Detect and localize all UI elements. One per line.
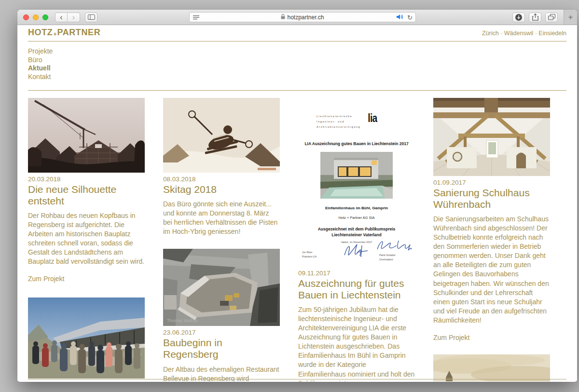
attic-renovation-photo[interactable] xyxy=(433,98,550,176)
lia-certificate-image: Liechtensteinische Ingenieur- und Archit… xyxy=(298,98,415,267)
browser-window: ‹ › xyxy=(17,10,577,382)
nav-item-aktuell[interactable]: Aktuell xyxy=(28,64,51,73)
signature-right-icon xyxy=(375,239,412,255)
logo-text-partner: PARTNER xyxy=(57,27,100,37)
lia-logo: lia xyxy=(368,111,377,125)
forward-button[interactable]: › xyxy=(68,13,80,22)
crowd-visit-photo[interactable] xyxy=(28,297,145,378)
article-body: Die Sanierungsarbeiten am Schulhaus Wühr… xyxy=(433,215,550,324)
zoom-window-button[interactable] xyxy=(42,14,48,20)
url-text: hotzpartner.ch xyxy=(287,14,324,21)
article-date: 08.03.2018 xyxy=(163,176,280,183)
certificate-award-text: Ausgezeichnet mit dem Publikumspreis Lie… xyxy=(298,226,415,238)
sidebar-toggle-button[interactable] xyxy=(85,13,97,22)
article-body: Zum 50-jährigen Jubiläum hat die liechte… xyxy=(298,305,415,381)
zum-projekt-link[interactable]: Zum Projekt xyxy=(433,334,469,341)
photo-credit: Thomas Mathys xyxy=(167,318,198,323)
audio-mute-icon[interactable] xyxy=(397,14,404,21)
logo-text-hotz: HOTZ xyxy=(28,27,53,37)
news-article-skitag: 08.03.2018 Skitag 2018 Das Büro gönnte s… xyxy=(163,98,280,236)
news-column-3: Liechtensteinische Ingenieur- und Archit… xyxy=(298,98,415,381)
article-body: Der Rohbau des neuen Kopfbaus in Regensb… xyxy=(28,211,145,266)
signature-left-icon xyxy=(341,243,372,261)
article-body: Das Büro gönnte sich eine Auszeit... und… xyxy=(163,200,280,236)
close-window-button[interactable] xyxy=(23,14,29,20)
nav-divider xyxy=(28,90,566,91)
certificate-house-photo xyxy=(320,152,393,201)
new-tab-button[interactable]: + xyxy=(564,10,577,25)
browser-toolbar: ‹ › xyxy=(17,10,577,25)
logo-plus-mark: + xyxy=(53,31,56,38)
news-article-auszeichnung: Liechtensteinische Ingenieur- und Archit… xyxy=(298,98,415,381)
news-article-event-2016: 26.08.2016 xyxy=(28,297,145,381)
aerial-demolition-photo[interactable]: Thomas Mathys xyxy=(163,249,280,326)
nav-item-projekte[interactable]: Projekte xyxy=(28,47,53,56)
news-article-sketch xyxy=(433,354,550,381)
main-navigation: Projekte Büro Aktuell Kontakt xyxy=(28,47,566,81)
nav-item-kontakt[interactable]: Kontakt xyxy=(28,73,51,81)
site-logo[interactable]: HOTZ+PARTNER xyxy=(28,27,100,38)
lia-letterhead: Liechtensteinische Ingenieur- und Archit… xyxy=(317,114,360,130)
news-column-1: 20.03.2018 Die neue Silhouette entsteht … xyxy=(28,98,145,381)
header-divider xyxy=(28,41,566,41)
address-bar[interactable]: hotzpartner.ch ↻ xyxy=(189,12,416,22)
certificate-firm-name: Hotz + Partner AG SIA xyxy=(298,216,415,220)
certificate-project-name: Einfamilienhaus im Bühl, Gamprin xyxy=(298,206,415,210)
article-title[interactable]: Skitag 2018 xyxy=(163,184,280,195)
sidebar-icon xyxy=(88,14,95,20)
article-date: 09.11.2017 xyxy=(298,270,415,277)
vintage-skier-photo[interactable] xyxy=(163,98,280,173)
history-buttons: ‹ › xyxy=(55,13,80,22)
downloads-button[interactable] xyxy=(512,13,525,22)
window-controls xyxy=(23,14,48,20)
article-date: 01.09.2017 xyxy=(433,179,550,186)
article-title[interactable]: Baubeginn in Regensberg xyxy=(163,337,280,360)
article-title[interactable]: Die neue Silhouette entsteht xyxy=(28,184,145,207)
minimize-window-button[interactable] xyxy=(33,14,39,20)
article-title[interactable]: Auszeichnung für gutes Bauen in Liechten… xyxy=(298,278,415,301)
certificate-title: LIA Auszeichnung gutes Bauen in Liechten… xyxy=(298,141,415,146)
news-article-silhouette: 20.03.2018 Die neue Silhouette entsteht … xyxy=(28,98,145,283)
office-locations: Zürich · Wädenswil · Einsiedeln xyxy=(482,30,566,37)
news-column-2: 08.03.2018 Skitag 2018 Das Büro gönnte s… xyxy=(163,98,280,381)
article-date: 20.03.2018 xyxy=(28,176,145,183)
construction-crane-photo[interactable] xyxy=(28,98,145,173)
nav-item-buero[interactable]: Büro xyxy=(28,56,42,65)
footer-divider xyxy=(28,379,566,379)
zum-projekt-link[interactable]: Zum Projekt xyxy=(28,275,64,283)
news-grid: 20.03.2018 Die neue Silhouette entsteht … xyxy=(28,98,566,381)
webpage-hotzpartner: HOTZ+PARTNER Zürich · Wädenswil · Einsie… xyxy=(17,25,577,381)
certificate-signer-right: Patrik Schädler Chefredaktor xyxy=(379,253,396,261)
news-article-baubeginn: Thomas Mathys 23.06.2017 Baubeginn in Re… xyxy=(163,249,280,381)
article-title[interactable]: Sanierung Schulhaus Wührenbach xyxy=(433,187,550,210)
tab-overview-button[interactable] xyxy=(545,13,558,22)
back-button[interactable]: ‹ xyxy=(55,13,68,22)
news-column-4: 01.09.2017 Sanierung Schulhaus Wührenbac… xyxy=(433,98,550,381)
share-button[interactable] xyxy=(529,13,541,22)
article-date: 23.06.2017 xyxy=(163,329,280,336)
historic-landscape-sketch[interactable] xyxy=(433,354,550,381)
toolbar-right-buttons xyxy=(512,13,558,22)
lock-icon xyxy=(281,14,285,21)
reload-icon[interactable]: ↻ xyxy=(407,14,413,21)
reader-view-icon[interactable] xyxy=(193,15,199,22)
news-article-sanierung: 01.09.2017 Sanierung Schulhaus Wührenbac… xyxy=(433,98,550,342)
certificate-signer-left: Jon Ritter Präsident LIA xyxy=(302,250,317,258)
